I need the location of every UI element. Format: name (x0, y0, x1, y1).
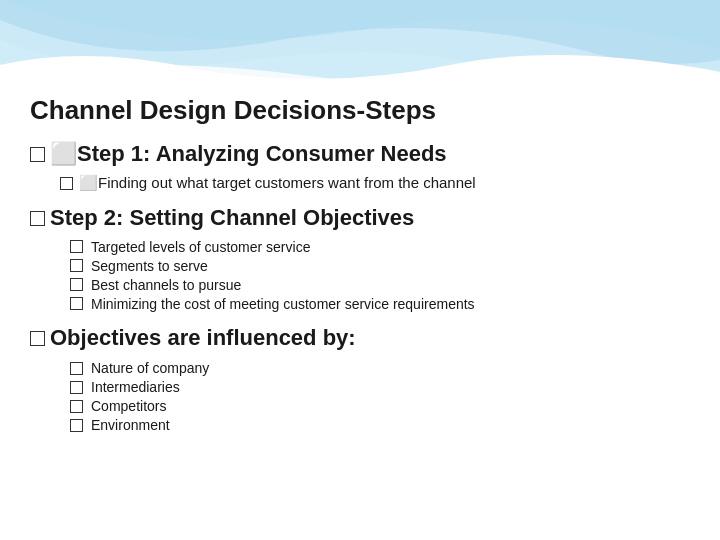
bullet-box-4 (70, 297, 83, 310)
bullet-item: Segments to serve (70, 258, 690, 274)
objectives-heading: Objectives are influenced by: (30, 324, 690, 351)
influenced-item: Nature of company (70, 360, 690, 376)
bullet-box-2 (70, 259, 83, 272)
bullet-item: Best channels to pursue (70, 277, 690, 293)
influenced-item: Intermediaries (70, 379, 690, 395)
wave-header (0, 0, 720, 90)
step2-heading: Step 2: Setting Channel Objectives (30, 204, 690, 231)
step2-box (30, 211, 45, 226)
inf-box-3 (70, 400, 83, 413)
step1-box (30, 147, 45, 162)
inf-box-4 (70, 419, 83, 432)
step2-bullet-list: Targeted levels of customer service Segm… (70, 239, 690, 312)
step2-section: Step 2: Setting Channel Objectives Targe… (30, 204, 690, 312)
main-content: Channel Design Decisions-Steps ⬜Step 1: … (30, 95, 690, 520)
inf-box-1 (70, 362, 83, 375)
influenced-list: Nature of company Intermediaries Competi… (70, 360, 690, 433)
step1-heading: ⬜Step 1: Analyzing Consumer Needs (30, 140, 690, 167)
step1-sub: ⬜Finding out what target customers want … (60, 173, 690, 192)
step1-sub-box (60, 177, 73, 190)
influenced-item: Environment (70, 417, 690, 433)
step1-section: ⬜Step 1: Analyzing Consumer Needs ⬜Findi… (30, 140, 690, 192)
bullet-box-1 (70, 240, 83, 253)
influenced-item: Competitors (70, 398, 690, 414)
page-title: Channel Design Decisions-Steps (30, 95, 690, 126)
inf-box-2 (70, 381, 83, 394)
bullet-item: Targeted levels of customer service (70, 239, 690, 255)
bullet-item: Minimizing the cost of meeting customer … (70, 296, 690, 312)
bullet-box-3 (70, 278, 83, 291)
objectives-section: Objectives are influenced by: Nature of … (30, 324, 690, 432)
obj-box (30, 331, 45, 346)
